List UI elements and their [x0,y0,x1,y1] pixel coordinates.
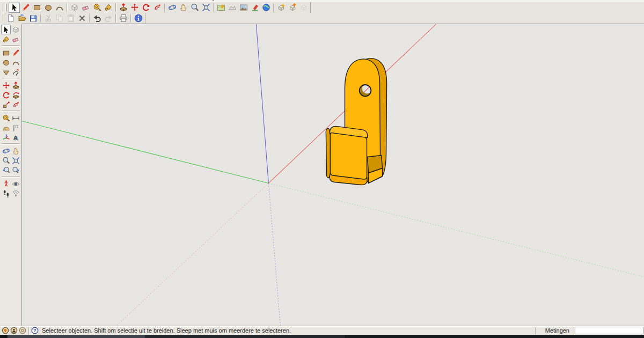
tool-google-earth-button[interactable] [260,3,272,13]
tool-rectangle-button[interactable] [1,48,11,57]
tool-line-button[interactable] [20,3,31,13]
section-plane-icon [12,189,20,197]
text-3d-icon: AA [12,134,20,142]
tool-add-location-button[interactable] [215,3,226,13]
geo-location-status-button[interactable] [2,327,9,334]
sign-in-status-button[interactable] [19,327,26,334]
tool-freehand-button[interactable] [11,67,20,77]
polygon-icon [2,68,10,76]
credits-status-button[interactable] [10,327,18,334]
preview-earth-icon [251,3,259,12]
tool-polygon-button[interactable] [1,67,11,77]
tool-dimension-button[interactable] [11,113,20,123]
tool-eraser-button[interactable] [11,34,20,44]
delete-icon [78,14,86,23]
tool-undo-button[interactable] [91,13,103,24]
tool-get-models-button[interactable] [275,3,287,13]
tool-look-around-button[interactable] [11,179,20,188]
tool-orbit-button[interactable] [166,3,178,13]
rotate-icon [142,3,150,12]
tool-pan-button[interactable] [178,3,189,13]
menu-item-tekenen[interactable]: Tekenen [122,0,144,1]
tool-position-camera-button[interactable] [1,179,11,188]
tool-rotate-button[interactable] [1,90,11,100]
menu-item-venster[interactable]: Venster [175,0,195,1]
tool-save-button[interactable] [27,13,39,24]
tool-arc-button[interactable] [11,57,20,67]
tool-paint-bucket-button[interactable] [103,3,114,13]
tool-axes-button[interactable] [1,133,11,142]
taskbar-segment [145,335,345,338]
zoom-extents-icon [12,157,20,165]
tool-cut-button[interactable] [42,13,54,24]
redo-icon [104,14,113,23]
tool-line-button[interactable] [11,48,20,57]
tool-preview-earth-button[interactable] [249,3,260,13]
tool-rectangle-button[interactable] [31,3,42,13]
tool-zoom-extents-button[interactable] [11,156,20,165]
tool-tape-measure-button[interactable] [1,113,11,123]
menu-item-camera[interactable]: Camera [92,0,113,1]
axis-blue [256,24,268,183]
menu-item-bewerken[interactable]: Bewerken [33,0,60,1]
toolbar-grip[interactable] [5,4,7,11]
tool-move-button[interactable] [1,80,11,90]
orbit-icon [2,147,10,155]
tool-zoom-next-button[interactable] [11,165,20,175]
toolbar-separator [2,176,20,178]
tool-select-button[interactable] [1,25,11,34]
model-canvas[interactable] [22,24,644,326]
tool-scale-button[interactable] [1,100,11,109]
tool-paste-button[interactable] [65,13,76,24]
tool-zoom-extents-button[interactable] [200,3,211,13]
tool-push-pull-button[interactable] [11,80,20,90]
tool-eraser-button[interactable] [80,3,91,13]
tool-move-button[interactable] [129,3,140,13]
hook-model[interactable] [326,58,386,185]
tool-new-button[interactable] [5,13,16,24]
tool-follow-me-button[interactable] [11,90,20,100]
tool-circle-button[interactable] [42,3,54,13]
tool-offset-button[interactable] [151,3,163,13]
tool-open-button[interactable] [16,13,27,24]
help-icon[interactable]: ? [31,327,39,334]
tool-walk-button[interactable] [1,188,11,198]
tool-photo-textures-button[interactable] [238,3,249,13]
tool-share-component-button[interactable] [298,3,309,13]
tool-redo-button[interactable] [103,13,114,24]
drawing-viewport[interactable] [22,24,644,326]
tool-zoom-button[interactable] [1,156,11,165]
tool-pan-button[interactable] [11,146,20,156]
menu-item-help[interactable]: Help [203,0,216,1]
axis-green-negative [268,183,644,277]
tool-section-plane-button[interactable] [11,188,20,198]
tool-circle-button[interactable] [1,57,11,67]
tool-arc-button[interactable] [54,3,65,13]
tool-protractor-button[interactable] [1,123,11,133]
tool-share-model-button[interactable] [287,3,298,13]
tool-rotate-button[interactable] [140,3,151,13]
toolbar-grip[interactable] [2,4,3,11]
tool-tape-measure-button[interactable] [91,3,103,13]
toolbar-grip[interactable] [2,14,3,22]
tool-model-info-button[interactable] [133,13,144,24]
menu-item-bestand[interactable]: Bestand [3,0,25,1]
tool-make-component-button[interactable] [69,3,80,13]
tool-push-pull-button[interactable] [118,3,129,13]
tool-make-component-button[interactable] [11,25,20,34]
tool-orbit-button[interactable] [1,146,11,156]
tool-offset-button[interactable] [11,100,20,109]
menu-item-beeld[interactable]: Beeld [68,0,83,1]
menu-item-extra[interactable]: Extra [152,0,166,1]
tool-zoom-button[interactable] [189,3,200,13]
tool-text-3d-button[interactable]: AA [11,133,20,142]
tool-zoom-previous-button[interactable] [1,165,11,175]
tool-paint-bucket-button[interactable] [1,34,11,44]
tool-text-button[interactable] [11,123,20,133]
tool-select-button[interactable] [9,3,20,13]
tool-copy-button[interactable] [54,13,65,24]
tool-toggle-terrain-button[interactable] [226,3,238,13]
tool-print-button[interactable] [118,13,129,24]
tool-delete-button[interactable] [76,13,87,24]
measurements-input[interactable] [575,327,643,334]
